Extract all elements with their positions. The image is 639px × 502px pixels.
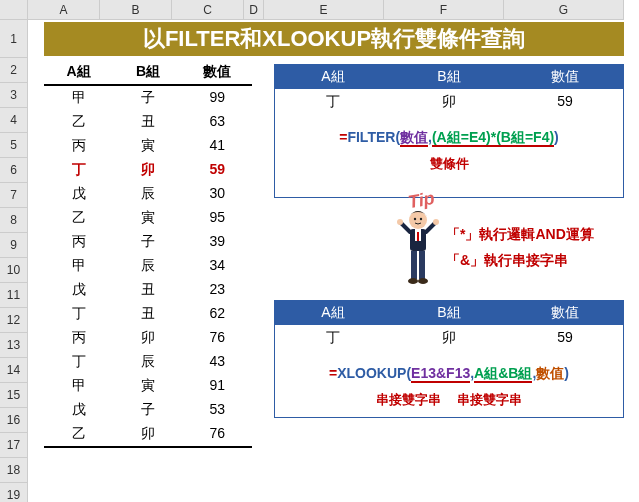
cell[interactable]: 丙	[44, 230, 113, 254]
spreadsheet: ABCDEFG 12345678910111213141516171819 以F…	[0, 0, 639, 502]
row-header-19[interactable]: 19	[0, 483, 28, 502]
cell[interactable]: 乙	[44, 206, 113, 230]
cell[interactable]: 丑	[113, 278, 182, 302]
table-row[interactable]: 乙丑63	[44, 110, 252, 134]
cell[interactable]: 辰	[113, 182, 182, 206]
row-header-2[interactable]: 2	[0, 58, 28, 83]
row-header-13[interactable]: 13	[0, 333, 28, 358]
table-row[interactable]: 甲辰34	[44, 254, 252, 278]
filter-val-a: 丁	[275, 89, 391, 115]
cell[interactable]: 甲	[44, 86, 113, 110]
row-header-4[interactable]: 4	[0, 108, 28, 133]
table-row[interactable]: 丁丑62	[44, 302, 252, 326]
cell[interactable]: 62	[183, 302, 252, 326]
xl-hdr-b: B組	[391, 301, 507, 325]
xl-val-b: 卯	[391, 325, 507, 351]
row-header-7[interactable]: 7	[0, 183, 28, 208]
cell[interactable]: 寅	[113, 374, 182, 398]
cell[interactable]: 53	[183, 398, 252, 422]
cell[interactable]: 丁	[44, 302, 113, 326]
table-row[interactable]: 戊丑23	[44, 278, 252, 302]
cell[interactable]: 卯	[113, 326, 182, 350]
cell[interactable]: 76	[183, 422, 252, 446]
xlookup-anno: 串接雙字串串接雙字串	[275, 387, 623, 409]
table-row[interactable]: 丙寅41	[44, 134, 252, 158]
cell[interactable]: 23	[183, 278, 252, 302]
row-header-6[interactable]: 6	[0, 158, 28, 183]
cell[interactable]: 丑	[113, 302, 182, 326]
row-header-14[interactable]: 14	[0, 358, 28, 383]
cell[interactable]: 乙	[44, 110, 113, 134]
filter-val-v: 59	[507, 89, 623, 115]
row-header-17[interactable]: 17	[0, 433, 28, 458]
cell[interactable]: 41	[183, 134, 252, 158]
row-header-12[interactable]: 12	[0, 308, 28, 333]
row-header-1[interactable]: 1	[0, 20, 28, 58]
row-header-16[interactable]: 16	[0, 408, 28, 433]
cell[interactable]: 丙	[44, 326, 113, 350]
cell[interactable]: 乙	[44, 422, 113, 446]
row-header-3[interactable]: 3	[0, 83, 28, 108]
cell[interactable]: 丙	[44, 134, 113, 158]
cell[interactable]: 子	[113, 86, 182, 110]
row-header-15[interactable]: 15	[0, 383, 28, 408]
cell[interactable]: 76	[183, 326, 252, 350]
cell[interactable]: 戊	[44, 278, 113, 302]
table-row[interactable]: 戊辰30	[44, 182, 252, 206]
table-row[interactable]: 丙卯76	[44, 326, 252, 350]
cell[interactable]: 95	[183, 206, 252, 230]
table-row[interactable]: 乙寅95	[44, 206, 252, 230]
cell[interactable]: 卯	[113, 158, 182, 182]
select-all-corner[interactable]	[0, 0, 28, 20]
cell[interactable]: 辰	[113, 254, 182, 278]
table-row[interactable]: 戊子53	[44, 398, 252, 422]
cell[interactable]: 子	[113, 398, 182, 422]
col-header-G[interactable]: G	[504, 0, 624, 20]
cell[interactable]: 子	[113, 230, 182, 254]
filter-val-b: 卯	[391, 89, 507, 115]
cell[interactable]: 59	[183, 158, 252, 182]
col-header-B[interactable]: B	[100, 0, 172, 20]
cell[interactable]: 30	[183, 182, 252, 206]
row-header-11[interactable]: 11	[0, 283, 28, 308]
cell[interactable]: 63	[183, 110, 252, 134]
table-row[interactable]: 乙卯76	[44, 422, 252, 448]
cell[interactable]: 寅	[113, 206, 182, 230]
col-header-D[interactable]: D	[244, 0, 264, 20]
cell[interactable]: 戊	[44, 182, 113, 206]
xl-hdr-a: A組	[275, 301, 391, 325]
cell[interactable]: 寅	[113, 134, 182, 158]
table-row[interactable]: 甲寅91	[44, 374, 252, 398]
row-header-5[interactable]: 5	[0, 133, 28, 158]
cell[interactable]: 91	[183, 374, 252, 398]
table-row[interactable]: 甲子99	[44, 86, 252, 110]
cell[interactable]: 43	[183, 350, 252, 374]
col-v-header: 數值	[183, 60, 252, 84]
cell[interactable]: 戊	[44, 398, 113, 422]
cell[interactable]: 39	[183, 230, 252, 254]
row-header-18[interactable]: 18	[0, 458, 28, 483]
cell[interactable]: 辰	[113, 350, 182, 374]
cell[interactable]: 卯	[113, 422, 182, 446]
row-header-8[interactable]: 8	[0, 208, 28, 233]
cell[interactable]: 甲	[44, 254, 113, 278]
table-row[interactable]: 丁卯59	[44, 158, 252, 182]
col-header-E[interactable]: E	[264, 0, 384, 20]
table-row[interactable]: 丁辰43	[44, 350, 252, 374]
table-header-row: A組 B組 數值	[44, 60, 252, 86]
row-header-9[interactable]: 9	[0, 233, 28, 258]
col-header-C[interactable]: C	[172, 0, 244, 20]
cell[interactable]: 丑	[113, 110, 182, 134]
row-header-10[interactable]: 10	[0, 258, 28, 283]
col-header-A[interactable]: A	[28, 0, 100, 20]
svg-point-1	[414, 218, 416, 220]
col-header-F[interactable]: F	[384, 0, 504, 20]
cell[interactable]: 丁	[44, 350, 113, 374]
cell[interactable]: 99	[183, 86, 252, 110]
table-row[interactable]: 丙子39	[44, 230, 252, 254]
filter-formula: =FILTER(數值,(A組=E4)*(B組=F4))	[275, 115, 623, 151]
x-arg3: 數值	[536, 365, 564, 381]
cell[interactable]: 34	[183, 254, 252, 278]
cell[interactable]: 甲	[44, 374, 113, 398]
cell[interactable]: 丁	[44, 158, 113, 182]
